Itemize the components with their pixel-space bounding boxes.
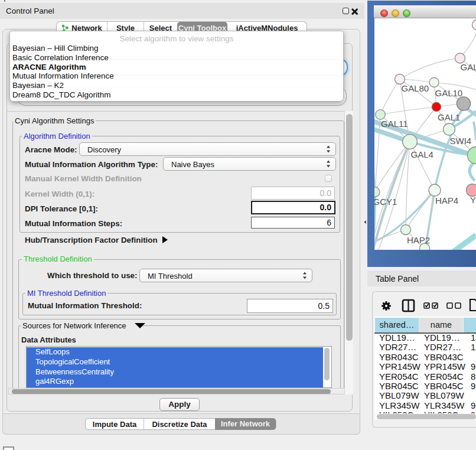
- svg-text:GCY1: GCY1: [374, 197, 397, 207]
- svg-text:GAL80: GAL80: [402, 83, 429, 93]
- svg-text:GAL10: GAL10: [435, 88, 463, 98]
- svg-text:HAP4: HAP4: [435, 195, 458, 206]
- svg-text:GAL4: GAL4: [411, 149, 433, 159]
- svg-text:GAL2: GAL2: [461, 62, 476, 72]
- svg-text:GAL11: GAL11: [381, 119, 408, 129]
- svg-text:SWI4: SWI4: [450, 136, 472, 146]
- svg-text:HAP2: HAP2: [407, 235, 430, 245]
- svg-text:GAL1: GAL1: [438, 112, 460, 122]
- svg-text:YEL: YEL: [470, 195, 476, 205]
